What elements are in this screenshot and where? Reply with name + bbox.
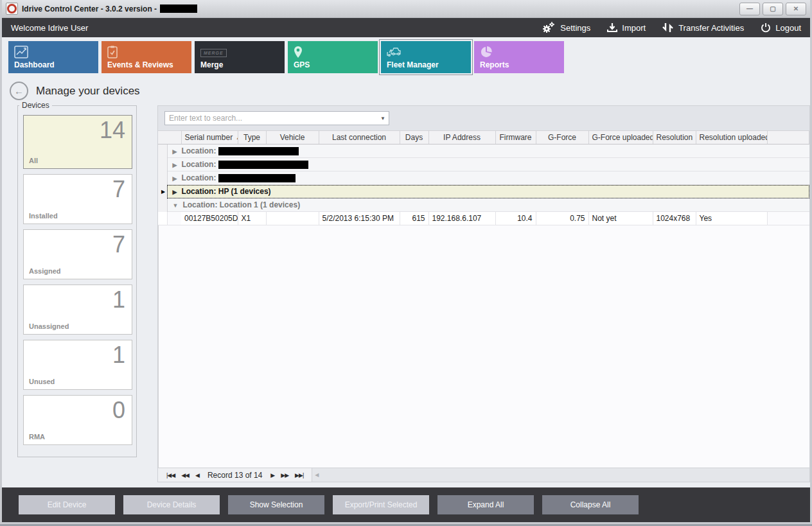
tab-merge-label: Merge [200, 60, 223, 69]
next-record-button[interactable]: ▶ [270, 472, 274, 478]
logout-button[interactable]: Logout [761, 22, 801, 33]
column-header-days[interactable]: Days [400, 131, 428, 145]
column-header-type[interactable]: Type [238, 131, 266, 145]
column-header-resolution[interactable]: Resolution [653, 131, 696, 145]
prev-record-button[interactable]: ◀ [195, 472, 199, 478]
back-arrow-icon: ← [14, 86, 24, 96]
cell-firmware: 10.4 [495, 212, 536, 225]
clipboard-check-icon [107, 46, 118, 61]
collapse-all-button[interactable]: Collapse All [542, 495, 639, 514]
search-input[interactable] [165, 114, 377, 123]
column-header-gforce-uploaded[interactable]: G-Force uploaded [588, 131, 653, 145]
row-indicator-cell [158, 145, 167, 158]
focused-row-arrow-icon: ▶ [158, 185, 167, 198]
column-header-resolution-uploaded[interactable]: Resolution uploaded [696, 131, 767, 145]
minimize-button[interactable]: — [739, 3, 760, 15]
column-header-last-connection[interactable]: Last connection [319, 131, 400, 145]
group-row-redacted-3[interactable]: ▶Location: [158, 171, 809, 185]
export-print-selected-button[interactable]: Export/Print Selected [333, 495, 429, 514]
prev-page-button[interactable]: ◀◀ [181, 472, 189, 478]
filter-card-unused[interactable]: 1 Unused [23, 340, 132, 390]
nav-tiles: Dashboard Events & Reviews MERGE Merge G… [2, 37, 810, 76]
tab-merge[interactable]: MERGE Merge [195, 41, 285, 73]
expand-expanded-icon[interactable]: ▼ [173, 202, 179, 209]
column-header-ip-address[interactable]: IP Address [428, 131, 495, 145]
tab-gps[interactable]: GPS [288, 41, 378, 73]
filter-card-unassigned[interactable]: 1 Unassigned [23, 285, 132, 335]
next-page-button[interactable]: ▶▶ [281, 472, 288, 478]
logout-label: Logout [775, 23, 801, 33]
group-label: Location: [181, 146, 216, 155]
pie-chart-icon [480, 46, 493, 61]
assigned-count: 7 [112, 231, 125, 258]
maximize-button[interactable]: ▢ [763, 3, 783, 15]
group-row-location-1[interactable]: ▼Location: Location 1 (1 devices) [158, 198, 809, 212]
column-header-vehicle[interactable]: Vehicle [266, 131, 319, 145]
device-row[interactable]: 00127B50205D X1 5/2/2013 6:15:30 PM 615 … [158, 212, 809, 225]
column-header-serial[interactable]: Serial number▲ [181, 131, 238, 145]
cell-last-connection: 5/2/2013 6:15:30 PM [319, 212, 400, 225]
device-table: Serial number▲ Type Vehicle Last connect… [158, 130, 809, 225]
tab-fleet-manager[interactable]: Fleet Manager [381, 41, 471, 73]
merge-logo-icon: MERGE [200, 46, 227, 57]
trailing-cell [767, 212, 809, 225]
transfer-activities-label: Transfer Activities [678, 23, 744, 33]
cell-gforce: 0.75 [536, 212, 588, 225]
group-row-redacted-1[interactable]: ▶Location: [158, 145, 809, 158]
header-trailing-blank [767, 131, 809, 145]
main-content: Devices 14 All 7 Installed 7 Assigned 1 … [2, 105, 810, 482]
row-indicator-cell [158, 158, 167, 171]
cell-days: 615 [400, 212, 428, 225]
assigned-label: Assigned [29, 267, 61, 275]
settings-button[interactable]: Settings [542, 22, 590, 33]
line-chart-icon [14, 46, 28, 61]
expand-collapsed-icon[interactable]: ▶ [173, 162, 177, 168]
cell-serial: 00127B50205D [181, 212, 238, 225]
filter-card-rma[interactable]: 0 RMA [23, 395, 132, 445]
expand-collapsed-icon[interactable]: ▶ [173, 148, 177, 155]
tab-events-reviews[interactable]: Events & Reviews [102, 41, 191, 73]
page-heading: ← Manage your devices [2, 76, 810, 105]
chevron-down-icon[interactable]: ▼ [377, 116, 389, 121]
scroll-left-icon[interactable]: ◀ [312, 472, 319, 478]
unassigned-label: Unassigned [29, 322, 69, 330]
all-count: 14 [100, 117, 125, 144]
filter-card-installed[interactable]: 7 Installed [23, 174, 132, 224]
power-icon [761, 22, 771, 33]
column-header-firmware[interactable]: Firmware [495, 131, 536, 145]
welcome-bar: Welcome Idrive User Settings Import Tran… [2, 18, 810, 37]
unassigned-count: 1 [112, 286, 125, 313]
installed-count: 7 [112, 176, 125, 203]
app-window: Idrive Control Center - 3.0.2 version - … [0, 0, 812, 524]
location-redaction [218, 147, 299, 155]
group-label: Location: Location 1 (1 devices) [182, 200, 300, 209]
expand-collapsed-icon[interactable]: ▶ [173, 189, 177, 195]
location-redaction [218, 174, 296, 182]
import-button[interactable]: Import [607, 22, 646, 33]
row-indicator-cell [158, 198, 167, 212]
tab-fleet-manager-label: Fleet Manager [387, 60, 439, 69]
first-record-button[interactable]: |◀◀ [166, 472, 175, 478]
import-label: Import [622, 23, 646, 33]
transfer-activities-button[interactable]: Transfer Activities [662, 22, 744, 33]
device-details-button[interactable]: Device Details [123, 495, 220, 514]
filter-card-assigned[interactable]: 7 Assigned [23, 229, 132, 279]
group-row-redacted-2[interactable]: ▶Location: [158, 158, 809, 171]
last-record-button[interactable]: ▶▶| [295, 472, 303, 478]
tab-dashboard[interactable]: Dashboard [8, 41, 98, 73]
edit-device-button[interactable]: Edit Device [19, 495, 115, 514]
expand-all-button[interactable]: Expand All [437, 495, 534, 514]
title-redaction [160, 4, 197, 13]
tab-reports[interactable]: Reports [474, 41, 564, 73]
group-row-hp[interactable]: ▶ ▶Location: HP (1 devices) [158, 185, 809, 198]
back-button[interactable]: ← [10, 82, 28, 100]
close-button[interactable]: ✕ [786, 3, 806, 15]
filter-card-all[interactable]: 14 All [23, 115, 132, 169]
horizontal-scrollbar[interactable]: ◀ [312, 468, 809, 482]
expand-collapsed-icon[interactable]: ▶ [173, 175, 177, 182]
column-header-gforce[interactable]: G-Force [536, 131, 588, 145]
page-title: Manage your devices [36, 85, 140, 98]
cell-resolution-uploaded: Yes [696, 212, 767, 225]
show-selection-button[interactable]: Show Selection [228, 495, 324, 514]
download-icon [607, 22, 617, 33]
